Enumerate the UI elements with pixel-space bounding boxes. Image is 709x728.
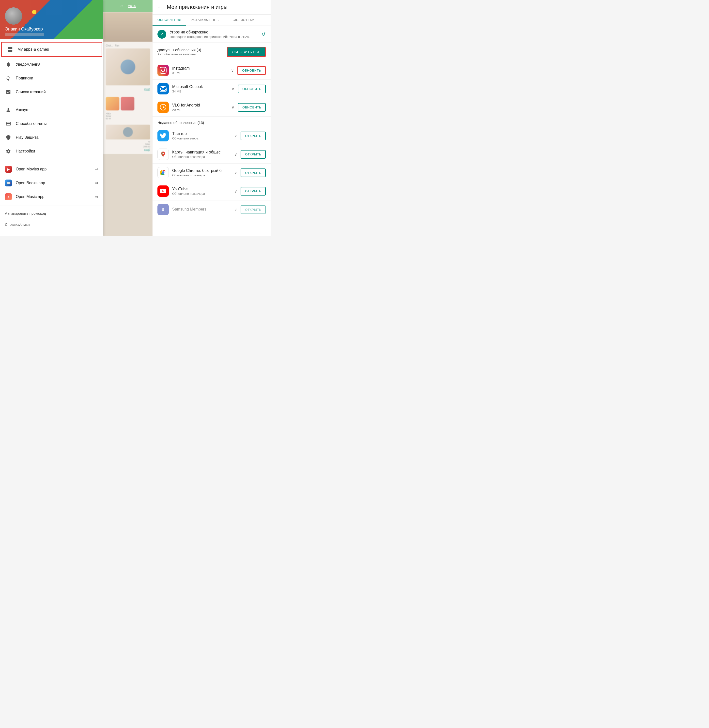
sidebar-item-open-music[interactable]: ♪ Open Music app ⇒: [0, 190, 103, 204]
updates-info: Доступны обновления (3) Автообновление в…: [158, 48, 201, 56]
music-app-icon: ♪: [5, 193, 12, 200]
updates-header: Доступны обновления (3) Автообновление в…: [153, 43, 271, 61]
books-app-icon: 📖: [5, 179, 12, 186]
maps-open-button[interactable]: ОТКРЫТЬ: [241, 150, 266, 159]
right-panel: ← Мои приложения и игры ОБНОВЛЕНИЯ УСТАН…: [153, 0, 271, 236]
app-row-instagram: Instagram 31 МБ ∨ ОБНОВИТЬ: [153, 61, 271, 80]
outlook-info: Microsoft Outlook 34 МБ: [172, 84, 228, 93]
recent-section-title: Недавно обновленные (13): [153, 116, 271, 127]
center-panel: KS MUSIC Choi... Fan ЕЩЁ AliExSmar63 M r…: [103, 0, 153, 236]
maps-subtitle: Обновлено позавчера: [172, 155, 231, 159]
app-row-youtube: YouTube Обновлено позавчера ∨ ОТКРЫТЬ: [153, 182, 271, 201]
youtube-subtitle: Обновлено позавчера: [172, 192, 231, 195]
shield-icon: [5, 134, 12, 141]
vlc-update-button[interactable]: ОБНОВИТЬ: [238, 103, 266, 112]
app-row-vlc: VLC for Android 20 МБ ∨ ОБНОВИТЬ: [153, 98, 271, 116]
maps-icon: [158, 149, 169, 160]
sidebar-item-notifications[interactable]: Уведомления: [0, 58, 103, 71]
twitter-open-button[interactable]: ОТКРЫТЬ: [241, 132, 266, 140]
chrome-name: Google Chrome: быстрый б: [172, 169, 231, 173]
open-movies-arrow-icon: ⇒: [95, 166, 98, 172]
twitter-expand-icon[interactable]: ∨: [234, 134, 237, 138]
sidebar-item-feedback[interactable]: Справка/отзыв: [0, 219, 103, 230]
app-row-samsung: S Samsung Members ∨ ОТКРЫТЬ: [153, 201, 271, 219]
sidebar-item-open-books[interactable]: 📖 Open Books app ⇒: [0, 176, 103, 190]
vlc-icon: [158, 102, 169, 113]
right-header: ← Мои приложения и игры: [153, 0, 271, 15]
sidebar-item-settings[interactable]: Настройки: [0, 144, 103, 158]
vlc-size: 20 МБ: [172, 108, 228, 112]
sidebar-item-open-movies[interactable]: ▶ Open Movies app ⇒: [0, 162, 103, 176]
left-panel: Энакин Скайуокер My apps & games: [0, 0, 103, 236]
instagram-name: Instagram: [172, 66, 228, 71]
page-title: Мои приложения и игры: [167, 4, 228, 10]
twitter-subtitle: Обновлено вчера: [172, 137, 231, 140]
sidebar-item-payment[interactable]: Способы оплаты: [0, 117, 103, 131]
sidebar-item-my-apps[interactable]: My apps & games: [1, 42, 102, 57]
app-row-chrome: Google Chrome: быстрый б Обновлено позав…: [153, 163, 271, 182]
tabs-bar: ОБНОВЛЕНИЯ УСТАНОВЛЕННЫЕ БИБЛИОТЕКА: [153, 15, 271, 26]
movies-app-icon: ▶: [5, 166, 12, 173]
app-row-twitter: Твиттер Обновлено вчера ∨ ОТКРЫТЬ: [153, 127, 271, 145]
youtube-icon: [158, 185, 169, 197]
profile-header: Энакин Скайуокер: [0, 0, 103, 39]
samsung-expand-icon[interactable]: ∨: [234, 207, 237, 212]
security-subtitle: Последнее сканирование приложений: вчера…: [170, 35, 258, 39]
chrome-info: Google Chrome: быстрый б Обновлено позав…: [172, 169, 231, 177]
twitter-icon: [158, 130, 169, 141]
maps-expand-icon[interactable]: ∨: [234, 152, 237, 157]
sidebar-item-promo[interactable]: Активировать промокод: [0, 208, 103, 219]
outlook-size: 34 МБ: [172, 90, 228, 93]
tab-library[interactable]: БИБЛИОТЕКА: [226, 15, 259, 26]
right-content: ✓ Угроз не обнаружено Последнее сканиров…: [153, 26, 271, 236]
youtube-open-button[interactable]: ОТКРЫТЬ: [241, 187, 266, 195]
app-row-outlook: Microsoft Outlook 34 МБ ∨ ОБНОВИТЬ: [153, 80, 271, 98]
youtube-info: YouTube Обновлено позавчера: [172, 187, 231, 195]
sidebar-item-wishlist[interactable]: Список желаний: [0, 85, 103, 99]
outlook-update-button[interactable]: ОБНОВИТЬ: [238, 84, 266, 93]
refresh-icon: [5, 75, 12, 82]
update-all-button[interactable]: ОБНОВИТЬ ВСЕ: [227, 47, 266, 57]
security-text: Угроз не обнаружено Последнее сканирован…: [170, 30, 258, 39]
twitter-info: Твиттер Обновлено вчера: [172, 132, 231, 140]
credit-card-icon: [5, 120, 12, 127]
check-box-icon: [5, 89, 12, 95]
chrome-subtitle: Обновлено позавчера: [172, 173, 231, 177]
open-books-arrow-icon: ⇒: [95, 180, 98, 186]
instagram-size: 31 МБ: [172, 71, 228, 75]
instagram-info: Instagram 31 МБ: [172, 66, 228, 75]
outlook-expand-icon[interactable]: ∨: [232, 87, 235, 91]
vlc-info: VLC for Android 20 МБ: [172, 103, 228, 112]
samsung-open-button[interactable]: ОТКРЫТЬ: [241, 205, 266, 214]
sidebar-item-account-label: Аккаунт: [16, 108, 98, 112]
instagram-expand-icon[interactable]: ∨: [231, 68, 234, 73]
chrome-open-button[interactable]: ОТКРЫТЬ: [241, 169, 266, 177]
sidebar-item-wishlist-label: Список желаний: [16, 90, 98, 94]
instagram-icon: [158, 65, 169, 76]
sidebar-item-open-books-label: Open Books app: [16, 181, 91, 185]
twitter-name: Твиттер: [172, 132, 231, 136]
gear-icon: [5, 148, 12, 155]
instagram-update-button[interactable]: ОБНОВИТЬ: [238, 66, 266, 75]
security-title: Угроз не обнаружено: [170, 30, 258, 35]
tab-installed[interactable]: УСТАНОВЛЕННЫЕ: [186, 15, 226, 26]
svg-point-5: [162, 172, 164, 174]
sidebar-item-open-movies-label: Open Movies app: [16, 167, 91, 172]
svg-rect-3: [10, 50, 12, 52]
sidebar-item-subscriptions[interactable]: Подписки: [0, 71, 103, 85]
sidebar-item-play-protect[interactable]: Play Защита: [0, 131, 103, 144]
sidebar-item-account[interactable]: Аккаунт: [0, 103, 103, 117]
back-button[interactable]: ←: [158, 4, 163, 10]
security-row: ✓ Угроз не обнаружено Последнее сканиров…: [153, 26, 271, 43]
security-refresh-icon[interactable]: ↺: [261, 31, 266, 37]
vlc-expand-icon[interactable]: ∨: [232, 105, 235, 110]
samsung-icon: S: [158, 204, 169, 215]
samsung-info: Samsung Members: [172, 207, 231, 212]
sidebar-item-open-music-label: Open Music app: [16, 195, 91, 199]
sidebar-item-subscriptions-label: Подписки: [16, 76, 98, 80]
chrome-expand-icon[interactable]: ∨: [234, 170, 237, 175]
sidebar-item-payment-label: Способы оплаты: [16, 121, 98, 126]
tab-updates[interactable]: ОБНОВЛЕНИЯ: [153, 15, 186, 26]
sidebar-item-play-protect-label: Play Защита: [16, 135, 98, 140]
youtube-expand-icon[interactable]: ∨: [234, 189, 237, 194]
